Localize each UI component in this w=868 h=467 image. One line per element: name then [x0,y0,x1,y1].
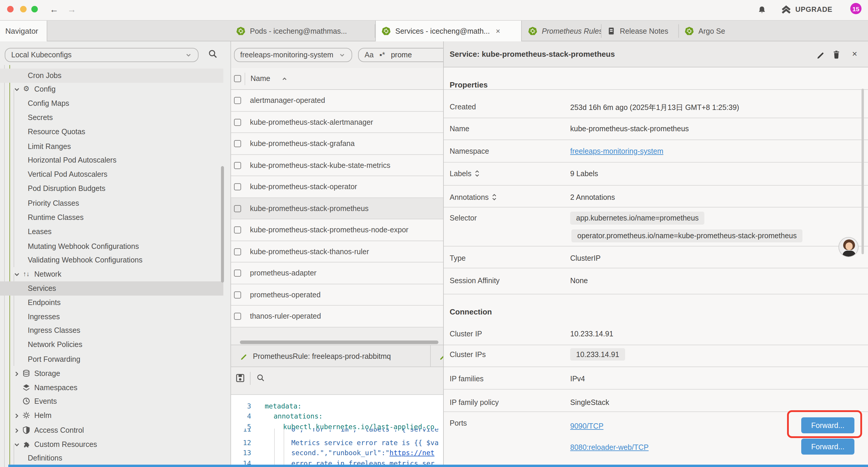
sidebar-group-storage[interactable]: Storage [0,367,223,381]
sidebar-item-pod-disruption-budgets[interactable]: Pod Disruption Budgets [0,181,223,196]
chevron-right-icon[interactable] [13,427,21,434]
table-row[interactable]: kube-prometheus-stack-operator [231,176,443,198]
property-label[interactable]: Labels [450,169,480,178]
row-checkbox[interactable] [234,119,241,126]
sidebar-item-resource-quotas[interactable]: Resource Quotas [0,125,223,139]
forward-button-8080[interactable]: Forward... [801,439,855,455]
sidebar-item-endpoints[interactable]: Endpoints [0,296,223,310]
editor-tab-prometheusrule[interactable]: PrometheusRule: freeleaps-prod-rabbitmq [231,345,431,367]
row-checkbox[interactable] [234,162,241,169]
minimize-window-button[interactable] [20,6,26,12]
edit-pencil-icon[interactable] [816,50,825,59]
notification-badge[interactable]: 15 [850,3,862,14]
sidebar-item-namespaces[interactable]: Namespaces [0,381,223,395]
chevron-down-icon[interactable] [13,441,21,448]
tab-navigator[interactable]: Navigator [0,21,47,41]
table-row[interactable]: kube-prometheus-stack-alertmanager [231,111,443,133]
close-icon[interactable]: × [852,49,861,57]
row-checkbox[interactable] [234,269,241,276]
sidebar-group-custom-resources[interactable]: Custom Resources [0,437,223,451]
expand-collapse-icon[interactable] [474,170,480,177]
sidebar-item-horizontal-pod-autoscalers[interactable]: Horizontal Pod Autoscalers [0,153,223,167]
bell-icon[interactable] [757,5,766,14]
chevron-down-icon[interactable] [13,85,21,93]
sidebar-item-leases[interactable]: Leases [0,225,223,239]
row-checkbox[interactable] [234,248,241,255]
sidebar-group-config[interactable]: ⚙ Config [0,82,223,96]
yaml-editor[interactable]: 3metadata: 4annotations: 5kubectl.kubern… [231,394,443,465]
sidebar-item-cron-jobs[interactable]: Cron Jobs [0,68,223,83]
match-case-toggle[interactable]: Aa [365,51,374,59]
row-checkbox[interactable] [234,205,241,212]
sort-ascending-icon[interactable] [281,76,288,82]
upgrade-chevrons-icon[interactable] [781,5,791,15]
regex-toggle[interactable]: ▪* [380,51,385,59]
close-tab-icon[interactable]: × [496,27,500,35]
table-row[interactable]: alertmanager-operated [231,90,443,111]
kubeconfig-selector[interactable]: Local Kubeconfigs [5,48,198,62]
sidebar-item-network-policies[interactable]: Network Policies [0,338,223,352]
sidebar-item-ingresses[interactable]: Ingresses [0,310,223,324]
sidebar-group-helm[interactable]: Helm [0,408,223,423]
column-header-name[interactable]: Name [251,68,270,90]
tab-prometheus-rules[interactable]: Prometheus Rules - icecheng... [522,21,601,41]
sidebar-item-limit-ranges[interactable]: Limit Ranges [0,139,223,153]
tab-argo[interactable]: Argo Se [679,21,868,41]
namespace-link[interactable]: freeleaps-monitoring-system [570,147,663,155]
sidebar-item-ingress-classes[interactable]: Ingress Classes [0,323,223,338]
port-link-9090[interactable]: 9090/TCP [570,422,603,430]
upgrade-label[interactable]: UPGRADE [795,5,833,13]
sidebar-item-port-forwarding[interactable]: Port Forwarding [0,352,223,367]
chevron-right-icon[interactable] [13,412,21,419]
table-row-selected[interactable]: kube-prometheus-stack-prometheus [231,198,443,219]
back-arrow-icon[interactable]: ← [50,4,59,16]
avatar[interactable] [838,237,859,257]
sidebar-item-priority-classes[interactable]: Priority Classes [0,196,223,210]
zoom-window-button[interactable] [31,6,38,12]
sidebar-item-definitions[interactable]: Definitions [0,451,223,465]
sidebar-item-validating-webhook-configurations[interactable]: Validating Webhook Configurations [0,253,223,267]
horizontal-scrollbar[interactable] [240,341,438,344]
table-row[interactable]: kube-prometheus-stack-grafana [231,133,443,154]
search-icon[interactable] [208,49,218,59]
tab-services[interactable]: Services - icecheng@math... × [375,21,522,41]
editor-tab-partial[interactable] [437,345,443,367]
port-link-8080[interactable]: 8080:reloader-web/TCP [570,443,649,451]
sidebar-item-vertical-pod-autoscalers[interactable]: Vertical Pod Autoscalers [0,167,223,181]
table-row[interactable]: prometheus-operated [231,284,443,305]
sidebar-item-mutating-webhook-configurations[interactable]: Mutating Webhook Configurations [0,239,223,254]
sidebar-item-services[interactable]: Services [0,282,223,296]
table-row[interactable]: kube-prometheus-stack-prometheus-node-ex… [231,219,443,241]
sidebar-item-config-maps[interactable]: Config Maps [0,96,223,111]
sidebar-item-events[interactable]: Events [0,394,223,408]
tab-pods[interactable]: Pods - icecheng@mathmas... [230,21,375,41]
sidebar-item-secrets[interactable]: Secrets [0,111,223,125]
row-checkbox[interactable] [234,140,241,147]
row-checkbox[interactable] [234,313,241,320]
row-checkbox[interactable] [234,97,241,104]
close-window-button[interactable] [7,6,13,12]
property-label[interactable]: Annotations [450,193,497,201]
namespace-selector[interactable]: freeleaps-monitoring-system [234,48,352,62]
code-link[interactable]: https://net [390,449,434,457]
table-row[interactable]: thanos-ruler-operated [231,305,443,327]
sidebar-group-network[interactable]: ↑↓ Network [0,267,223,282]
sidebar-item-runtime-classes[interactable]: Runtime Classes [0,210,223,225]
tab-release-notes[interactable]: Release Notes [601,21,679,41]
search-icon[interactable] [256,374,265,382]
chevron-right-icon[interactable] [13,370,21,377]
expand-collapse-icon[interactable] [492,193,497,201]
row-checkbox[interactable] [234,183,241,191]
delete-trash-icon[interactable] [832,50,841,59]
drawer-scrollbar[interactable] [862,89,864,254]
table-row[interactable]: kube-prometheus-stack-thanos-ruler [231,241,443,262]
table-row[interactable]: kube-prometheus-stack-kube-state-metrics [231,154,443,176]
save-icon[interactable] [236,374,245,382]
row-checkbox[interactable] [234,226,241,233]
navigator-scrollbar[interactable] [221,166,224,283]
table-row[interactable]: prometheus-adapter [231,262,443,284]
forward-arrow-icon[interactable]: → [67,4,76,16]
filter-search-input[interactable]: Aa ▪* prome [358,48,443,62]
row-checkbox[interactable] [234,291,241,298]
select-all-checkbox[interactable] [234,75,241,82]
